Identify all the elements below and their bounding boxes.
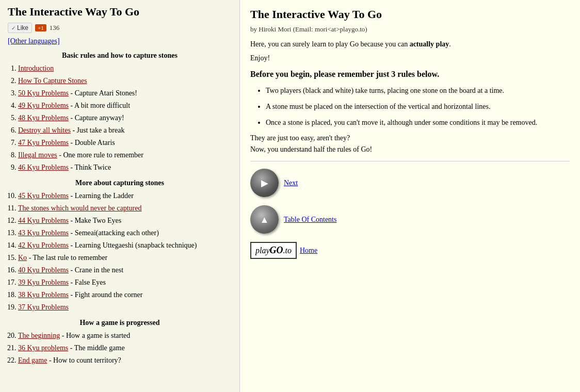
like-area: Like +1 136 (8, 23, 232, 33)
list-item: End game - How to count territory? (18, 355, 232, 366)
closing-2: Now, you understand half the rules of Go… (250, 145, 570, 154)
divider (250, 161, 570, 161)
intro-plain: Here, you can surely learn to play Go be… (250, 40, 410, 48)
right-panel: The Interactive Way To Go by Hiroki Mori… (240, 0, 580, 392)
beginning-link[interactable]: The beginning (18, 332, 60, 339)
list-item: The beginning - How a game is started (18, 330, 232, 341)
37kyu-link[interactable]: 37 Kyu Problems (18, 303, 69, 311)
next-button[interactable]: ▶ (250, 169, 279, 197)
rules-list: Two players (black and white) take turns… (266, 85, 570, 128)
38kyu-link[interactable]: 38 Kyu Problems (18, 291, 69, 299)
capture-link[interactable]: How To Capture Stones (18, 77, 87, 85)
rule-1: Two players (black and white) take turns… (266, 85, 570, 96)
45kyu-link[interactable]: 45 Kyu Problems (18, 192, 69, 200)
up-icon: ▲ (260, 215, 269, 224)
enjoy-text: Enjoy! (250, 54, 570, 62)
section-header-3: How a game is progressed (8, 319, 232, 327)
like-button[interactable]: Like (8, 23, 32, 33)
list-item: 50 Kyu Problems - Capture Atari Stones! (18, 88, 232, 99)
illegal-link[interactable]: Illegal moves (18, 151, 57, 159)
40kyu-link[interactable]: 40 Kyu Problems (18, 266, 69, 274)
rules-heading: Before you begin, please remember just 3… (250, 70, 570, 79)
section-header-1: Basic rules and how to capture stones (8, 52, 232, 60)
home-link[interactable]: Home (300, 247, 317, 255)
list-item: 46 Kyu Problems - Think Twice (18, 162, 232, 173)
49kyu-link[interactable]: 49 Kyu Problems (18, 102, 69, 109)
intro-bold: actually play (410, 40, 449, 48)
list-item: 38 Kyu Problems - Fight around the corne… (18, 289, 232, 300)
list-item: How To Capture Stones (18, 75, 232, 86)
logo: playGO.to (250, 242, 297, 259)
list-item: 39 Kyu Problems - False Eyes (18, 277, 232, 288)
play-icon: ▶ (261, 178, 268, 188)
like-label: Like (17, 24, 28, 31)
gplus-badge: +1 (35, 24, 46, 31)
list-item: 49 Kyu Problems - A bit more difficult (18, 100, 232, 111)
42kyu-link[interactable]: 42 Kyu Problems (18, 241, 69, 249)
50kyu-link[interactable]: 50 Kyu Problems (18, 89, 69, 97)
rule-2: A stone must be placed on the intersecti… (266, 101, 570, 112)
list-item: 36 Kyu problems - The middle game (18, 342, 232, 353)
46kyu-link[interactable]: 46 Kyu Problems (18, 164, 69, 171)
48kyu-link[interactable]: 48 Kyu Problems (18, 114, 69, 122)
endgame-link[interactable]: End game (18, 356, 47, 364)
logo-home-area: playGO.to Home (250, 242, 570, 259)
section-3-list: The beginning - How a game is started 36… (18, 330, 232, 366)
next-link[interactable]: Next (284, 179, 298, 187)
36kyu-link[interactable]: 36 Kyu problems (18, 344, 68, 352)
rule-3: Once a stone is placed, you can't move i… (266, 117, 570, 128)
list-item: 48 Kyu Problems - Capture anyway! (18, 112, 232, 123)
logo-go: GO (270, 245, 283, 255)
toc-link[interactable]: Table Of Contents (284, 216, 336, 224)
page-title-right: The Interactive Way To Go (250, 8, 570, 21)
toc-nav-area: ▲ Table Of Contents (250, 205, 570, 234)
list-item: Introduction (18, 63, 232, 74)
43kyu-link[interactable]: 43 Kyu Problems (18, 229, 69, 237)
list-item: 40 Kyu Problems - Crane in the nest (18, 265, 232, 275)
destroy-link[interactable]: Destroy all whites (18, 126, 71, 134)
logo-dot: .to (283, 246, 292, 255)
list-item: 42 Kyu Problems - Learning Uttegaeshi (s… (18, 240, 232, 251)
39kyu-link[interactable]: 39 Kyu Problems (18, 279, 69, 286)
ko-link[interactable]: Ko (18, 254, 27, 262)
page-title-left: The Interactive Way To Go (8, 5, 232, 19)
author-line: by Hiroki Mori (Email: mori<at>playgo.to… (250, 25, 570, 34)
next-nav-area: ▶ Next (250, 169, 570, 197)
list-item: 44 Kyu Problems - Make Two Eyes (18, 215, 232, 226)
list-item: 43 Kyu Problems - Semeai(attacking each … (18, 227, 232, 238)
list-item: Ko - The last rule to remember (18, 252, 232, 263)
closing-1: They are just too easy, aren't they? (250, 134, 570, 142)
section-1-list: Introduction How To Capture Stones 50 Ky… (18, 63, 232, 173)
never-captured-link[interactable]: The stones which would never be captured (18, 204, 141, 212)
intro-paragraph: Here, you can surely learn to play Go be… (250, 39, 570, 50)
logo-play: play (255, 246, 270, 255)
left-panel: The Interactive Way To Go Like +1 136 [O… (0, 0, 240, 392)
44kyu-link[interactable]: 44 Kyu Problems (18, 217, 69, 224)
intro-end: . (449, 40, 451, 48)
list-item: 47 Kyu Problems - Double Ataris (18, 137, 232, 148)
toc-button[interactable]: ▲ (250, 205, 279, 234)
section-2-list: 45 Kyu Problems - Learning the Ladder Th… (18, 190, 232, 313)
other-languages-link[interactable]: [Other languages] (8, 37, 232, 45)
list-item: 37 Kyu Problems (18, 302, 232, 313)
list-item: Illegal moves - One more rule to remembe… (18, 150, 232, 160)
list-item: The stones which would never be captured (18, 203, 232, 214)
47kyu-link[interactable]: 47 Kyu Problems (18, 139, 69, 146)
list-item: Destroy all whites - Just take a break (18, 125, 232, 136)
like-count: 136 (50, 24, 60, 32)
intro-link[interactable]: Introduction (18, 64, 54, 72)
section-header-2: More about capturing stones (8, 179, 232, 187)
list-item: 45 Kyu Problems - Learning the Ladder (18, 190, 232, 201)
